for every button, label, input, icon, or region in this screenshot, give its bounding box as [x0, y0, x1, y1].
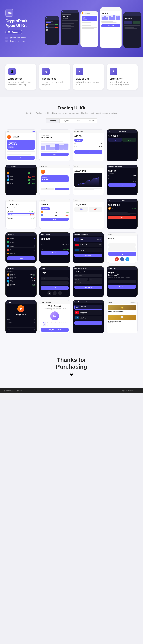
feature-google-font: A Google Font Free and Google font named… [39, 64, 70, 90]
screen-profile: Profile P Prince Clark prince@email.com … [5, 300, 37, 333]
google-font-desc: Free and Google font named "Poppinas" [42, 81, 67, 86]
screen-add-payment: Add Payment Method Add Payment Card Numb… [73, 266, 104, 297]
brand-area: Pank CryptoPankApps UI Kit 60+ Screens L… [5, 7, 41, 43]
thanks-heart: ❤ [5, 372, 138, 377]
footer-right: 志设网 www.z-s9.com [122, 390, 139, 392]
screens-row-3: Select market 123,342.62 Select market B… [5, 198, 138, 229]
latest-style-icon: ★ [110, 68, 117, 75]
trading-section-subtitle: 60+ Clean Design of UI Kit, editable and… [5, 112, 138, 114]
feature-item: Clean and Modern UI [5, 40, 41, 42]
latest-style-title: Latest Style [110, 78, 135, 80]
google-font-title: Google Font [42, 78, 67, 80]
screens-row-2: ● Live Prices Tue 25 Jan B BTC [5, 165, 138, 195]
screen-news: News Tue 25 Jan 🪙 Bitcoin Reaches New Hi… [106, 300, 138, 333]
latest-style-desc: Clean style which become the trend of UI… [110, 81, 135, 86]
google-font-icon: A [42, 68, 50, 75]
screens-row-5: Live Prices Tue 25 Jan B Bitcoin BTC $45… [5, 266, 138, 297]
tab-trading[interactable]: Trading [46, 118, 60, 123]
screen-sell-dark: 9:41 Sell 123,342.62 B BTC +2.3% Sell [106, 198, 138, 229]
trading-section: Trading UI Kit 60+ Clean Design of UI Ki… [0, 97, 143, 346]
easy-use-icon: ✦ [76, 68, 83, 75]
screen-portfolio-2: Portfolio $10.03 Withdraw BTC PNL $500 [39, 198, 70, 229]
screen-live-prices-2: Live Prices Tue 25 Jan B Bitcoin BTC $45… [5, 266, 37, 297]
screen-trade-light: Trade 123,342.62 Buy BTC Sell ETH [73, 198, 104, 229]
screen-hello-lisa-1: 9:41 ●●● L Hello Lisa Good morning Total… [5, 130, 37, 161]
screens-row-6: Profile P Prince Clark prince@email.com … [5, 300, 138, 333]
tab-crypto[interactable]: Crypto [60, 118, 72, 123]
easy-use-desc: Well organized layers never you to use i… [76, 81, 101, 86]
screen-select-payment-2: Select Payment Method VISA Visa Card •••… [73, 300, 104, 333]
screens-badge: 60+ Screens [5, 30, 22, 34]
svg-marker-0 [78, 177, 99, 186]
screen-select-payment-1: Select Payment Method Visa ••••4242 Mast… [73, 232, 104, 263]
hero-phone-3: Hello Lisa $500 Balance [80, 11, 98, 47]
apps-screen-title: Apps Screen [8, 78, 33, 80]
screen-select-market: Select market 123,342.62 Select market B… [5, 198, 37, 229]
hero-phone-2: Live Prices Tue 25 Jan [61, 10, 79, 46]
tab-bitcoin[interactable]: Bitcoin [85, 118, 97, 123]
screen-candle-chart: Market 123,342.62 [73, 165, 104, 195]
screen-price-light-1: 9:41 Portfolio Value 123,342.62 Sell [39, 130, 70, 161]
hero-phone-5: 123,342.62 123,342.62 [123, 12, 141, 48]
trading-section-title: Trading UI Kit [5, 106, 138, 110]
features-section: 📱 Apps Screen 51 Editable Screen with iP… [0, 57, 143, 97]
brand-title: CryptoPankApps UI Kit [5, 18, 41, 28]
tab-trader[interactable]: Trader [72, 118, 85, 123]
screen-confirm-conversion: Confirm Conversion $345.23 ≈ 0.00821 BTC… [106, 165, 138, 195]
footer-bar: 分享好作品 天天来收藏 志设网 www.z-s9.com [0, 388, 143, 393]
feature-easy-use: ✦ Easy to Use Well organized layers neve… [73, 64, 104, 90]
screen-login-dark: Login Login Welcome back! Email Password… [39, 266, 70, 297]
screen-order-preview: Order Preview 200.000 USD Amount 200.000… [39, 232, 70, 263]
brand-features-list: Light and dark theme Clean and Modern UI [5, 36, 41, 42]
screen-language: Language English Arabic [5, 232, 37, 263]
footer-left: 分享好作品 天天来收藏 [4, 390, 22, 392]
brand-logo: Pank [5, 9, 13, 17]
screen-verify-account: Verify Account Verify Account Enter the … [39, 300, 70, 333]
features-grid: 📱 Apps Screen 51 Editable Screen with iP… [5, 64, 138, 90]
screen-forget-pass: Forget Pass Forgot Password? Enter your … [106, 266, 138, 297]
tabs-row[interactable]: Trading Crypto Trader Bitcoin [5, 118, 138, 123]
hero-phone-1: B E L [45, 16, 59, 44]
apps-screen-icon: 📱 [8, 68, 16, 75]
screen-hello-lisa-2: Hello Lisa L Lisa Balance $500 Send [39, 165, 70, 195]
screen-my-portfolio: My portfolio $10.03 Withdraw BTC $500 ET… [73, 130, 104, 161]
apps-screen-desc: 51 Editable Screen with iPhone Resolutio… [8, 81, 33, 86]
hero-phone-4: My portfolio 123,342.62 [100, 7, 121, 48]
easy-use-title: Easy to Use [76, 78, 101, 80]
feature-apps-screen: 📱 Apps Screen 51 Editable Screen with iP… [5, 64, 36, 90]
thanks-title-line1: Thanks for [5, 356, 138, 363]
screens-row-1: 9:41 ●●● L Hello Lisa Good morning Total… [5, 130, 138, 161]
feature-item: Light and dark theme [5, 36, 41, 39]
thanks-section: Thanks for Purchasing ❤ [0, 346, 143, 388]
screen-exchange-dark: 9:41 Exchange ··· 123,342.62↑ Buy BTC Se… [106, 130, 138, 161]
screen-login-light: Login Login Welcome back! Email Password… [106, 232, 138, 263]
feature-latest-style: ★ Latest Style Clean style which become … [107, 64, 138, 90]
hero-section: Pank CryptoPankApps UI Kit 60+ Screens L… [0, 0, 143, 57]
screens-row-4: Language English Arabic [5, 232, 138, 263]
hero-mockups: B E L [45, 7, 141, 48]
thanks-title-line2: Purchasing [5, 363, 138, 370]
screen-live-prices-1: ● Live Prices Tue 25 Jan B BTC [5, 165, 37, 195]
